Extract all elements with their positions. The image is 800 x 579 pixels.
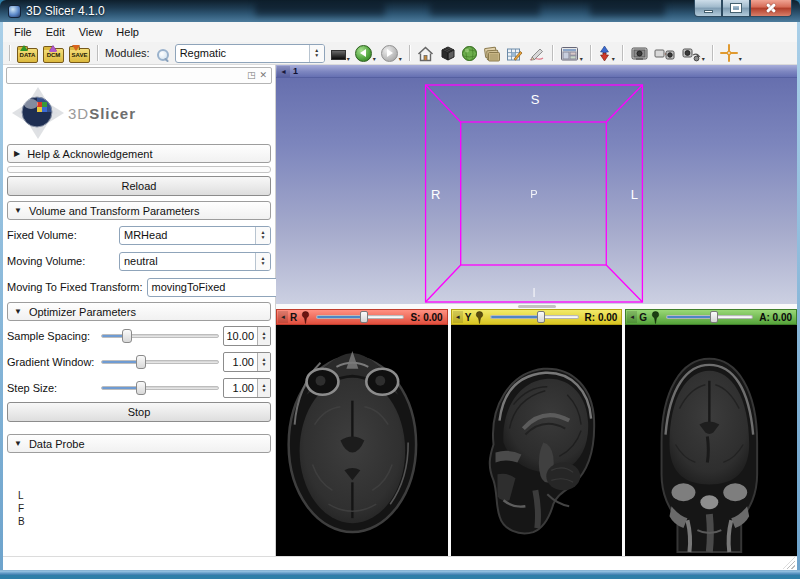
resize-grip[interactable] bbox=[783, 557, 795, 569]
home-icon bbox=[417, 46, 434, 62]
search-icon bbox=[156, 48, 169, 61]
load-data-button[interactable]: DATA bbox=[15, 43, 40, 64]
yellow-slice-controller[interactable]: ◄ Y R: 0.00 bbox=[451, 309, 623, 325]
data-probe-label: Data Probe bbox=[29, 438, 85, 450]
pin-icon[interactable] bbox=[301, 311, 310, 324]
orientation-l: L bbox=[18, 489, 272, 502]
splitter-handle[interactable] bbox=[518, 305, 556, 308]
glass-reflection bbox=[430, 2, 540, 16]
green-slice-slider[interactable] bbox=[666, 311, 753, 323]
menu-file[interactable]: File bbox=[7, 23, 39, 41]
step-size-spinbox[interactable]: 1.00 ▲▼ bbox=[223, 378, 271, 398]
sample-spacing-slider[interactable] bbox=[101, 328, 219, 344]
screenshot-button[interactable] bbox=[628, 43, 651, 64]
collapse-red-controller-icon[interactable]: ◄ bbox=[278, 311, 288, 323]
data-probe-content bbox=[6, 455, 272, 489]
window-controls bbox=[694, 0, 792, 17]
save-button[interactable]: SAVE bbox=[67, 43, 92, 64]
module-selector-value: Regmatic bbox=[176, 45, 309, 62]
combo-spinner-icon[interactable]: ▲▼ bbox=[255, 253, 270, 270]
pin-icon[interactable] bbox=[651, 311, 660, 324]
yellow-slice-pane: ◄ Y R: 0.00 bbox=[451, 309, 623, 556]
collapse-yellow-controller-icon[interactable]: ◄ bbox=[453, 311, 463, 323]
transform-row: Moving To Fixed Transform: movingToFixed… bbox=[7, 276, 271, 298]
menu-help[interactable]: Help bbox=[109, 23, 146, 41]
editor-module-button[interactable] bbox=[504, 43, 525, 64]
help-section-label: Help & Acknowledgement bbox=[27, 148, 152, 160]
load-dicom-button[interactable]: DCM bbox=[41, 43, 66, 64]
spinbox-arrows-icon[interactable]: ▲▼ bbox=[257, 327, 270, 345]
close-panel-icon[interactable]: ✕ bbox=[259, 71, 267, 80]
toolbar: DATA DCM SAVE Modules: Reg bbox=[3, 42, 797, 65]
undock-panel-icon[interactable]: ◳ bbox=[247, 71, 256, 80]
red-slice-slider[interactable] bbox=[316, 311, 404, 323]
module-forward-button[interactable]: ▾ bbox=[379, 43, 404, 64]
spinbox-arrows-icon[interactable]: ▲▼ bbox=[257, 379, 270, 397]
history-icon bbox=[331, 50, 346, 60]
titlebar[interactable]: 3D Slicer 4.1.0 bbox=[0, 0, 800, 22]
pin-icon[interactable] bbox=[475, 311, 484, 324]
reload-button[interactable]: Reload bbox=[7, 176, 271, 196]
yellow-slice-view[interactable] bbox=[451, 325, 623, 556]
yellow-slice-slider[interactable] bbox=[490, 311, 578, 323]
forward-icon bbox=[381, 45, 398, 62]
module-history-button[interactable]: ▾ bbox=[329, 43, 352, 64]
help-section-header[interactable]: ▶ Help & Acknowledgement bbox=[7, 144, 271, 163]
optimizer-section-header[interactable]: ▼ Optimizer Parameters bbox=[7, 302, 271, 321]
crosshair-button[interactable]: ▾ bbox=[718, 43, 744, 64]
threeD-view-controller[interactable]: ◄ 1 bbox=[276, 65, 797, 78]
minimize-button[interactable] bbox=[694, 0, 722, 17]
layout-icon bbox=[560, 46, 579, 62]
extensions-button[interactable] bbox=[459, 43, 480, 64]
layout-selector-button[interactable]: ▾ bbox=[558, 43, 585, 64]
spinbox-arrows-icon[interactable]: ▲▼ bbox=[257, 353, 270, 371]
volume-section-header[interactable]: ▼ Volume and Transform Parameters bbox=[7, 201, 271, 220]
red-slice-controller[interactable]: ◄ R S: 0.00 bbox=[276, 309, 448, 325]
menu-view[interactable]: View bbox=[72, 23, 110, 41]
sagittal-brain-image bbox=[451, 325, 623, 556]
threeD-view-label: 1 bbox=[293, 66, 298, 76]
desktop: { "window": { "title": "3D Slicer 4.1.0"… bbox=[0, 0, 800, 579]
stop-button[interactable]: Stop bbox=[7, 402, 271, 422]
dicom-folder-icon: DCM bbox=[43, 48, 64, 63]
volumes-module-button[interactable] bbox=[481, 43, 503, 64]
module-selector[interactable]: Regmatic ▲▼ bbox=[175, 44, 325, 63]
status-bar bbox=[3, 556, 797, 570]
toolbar-separator bbox=[622, 45, 623, 61]
gradient-window-spinbox[interactable]: 1.00 ▲▼ bbox=[223, 352, 271, 372]
viewport: ◄ 1 S bbox=[276, 65, 797, 556]
maximize-button[interactable] bbox=[722, 0, 750, 17]
green-slice-view[interactable] bbox=[625, 325, 797, 556]
window-title: 3D Slicer 4.1.0 bbox=[26, 4, 105, 18]
green-slice-controller[interactable]: ◄ G A: 0.00 bbox=[625, 309, 797, 325]
combo-spinner-icon[interactable]: ▲▼ bbox=[309, 45, 324, 62]
menu-edit[interactable]: Edit bbox=[39, 23, 72, 41]
data-probe-section-header[interactable]: ▼ Data Probe bbox=[7, 434, 271, 453]
module-search-button[interactable] bbox=[154, 43, 171, 64]
view-splitter[interactable] bbox=[276, 304, 797, 309]
gradient-window-slider[interactable] bbox=[101, 354, 219, 370]
interaction-mode-button[interactable]: ▾ bbox=[596, 43, 617, 64]
close-button[interactable] bbox=[750, 0, 792, 17]
home-button[interactable] bbox=[415, 43, 436, 64]
red-slice-view[interactable] bbox=[276, 325, 448, 556]
transforms-module-button[interactable] bbox=[526, 43, 547, 64]
scene-capture-button[interactable] bbox=[652, 43, 677, 64]
collapsed-arrow-icon: ▶ bbox=[14, 149, 20, 158]
step-size-label: Step Size: bbox=[7, 382, 97, 394]
collapse-3d-controller-icon[interactable]: ◄ bbox=[277, 66, 290, 77]
main-area: ◳ ✕ 3DSli bbox=[3, 65, 797, 556]
threeD-view[interactable]: S R P L I bbox=[276, 78, 797, 304]
scene-restore-button[interactable]: ▾ bbox=[678, 43, 707, 64]
moving-volume-selector[interactable]: neutral ▲▼ bbox=[119, 252, 271, 271]
sample-spacing-spinbox[interactable]: 10.00 ▲▼ bbox=[223, 326, 271, 346]
collapse-green-controller-icon[interactable]: ◄ bbox=[627, 311, 637, 323]
module-back-button[interactable]: ▾ bbox=[353, 43, 378, 64]
green-sphere-icon bbox=[461, 45, 478, 62]
step-size-slider[interactable] bbox=[101, 380, 219, 396]
volume-rendering-button[interactable] bbox=[437, 43, 458, 64]
minimize-icon bbox=[704, 10, 713, 13]
fixed-volume-selector[interactable]: MRHead ▲▼ bbox=[119, 226, 271, 245]
combo-spinner-icon[interactable]: ▲▼ bbox=[255, 227, 270, 244]
transform-label: Moving To Fixed Transform: bbox=[7, 281, 143, 293]
